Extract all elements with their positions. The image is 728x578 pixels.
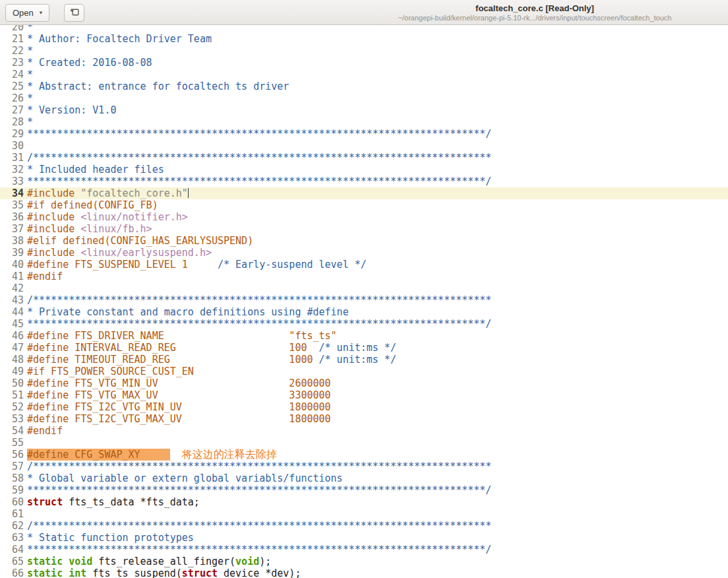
line-number: 40: [0, 259, 24, 271]
code-line-62[interactable]: 62/*************************************…: [0, 520, 728, 532]
new-tab-button[interactable]: [64, 4, 84, 22]
code-line-33[interactable]: 33**************************************…: [0, 176, 728, 187]
code-line-44[interactable]: 44* Private constant and macro definitio…: [0, 306, 728, 318]
code-line-31[interactable]: 31/*************************************…: [0, 152, 728, 164]
code-line-49[interactable]: 49#if FTS_POWER_SOURCE_CUST_EN: [0, 366, 728, 377]
code-text: ****************************************…: [24, 128, 491, 140]
code-text: #elif defined(CONFIG_HAS_EARLYSUSPEND): [24, 235, 253, 247]
code-token: static int: [27, 567, 86, 578]
code-line-32[interactable]: 32* Included header files: [0, 164, 728, 176]
code-line-60[interactable]: 60struct fts_ts_data *fts_data;: [0, 496, 728, 508]
line-number: 53: [0, 413, 24, 425]
code-text: /***************************************…: [24, 461, 491, 472]
line-number: 39: [0, 247, 24, 259]
code-line-57[interactable]: 57/*************************************…: [0, 461, 728, 472]
code-line-34[interactable]: 34#include "focaltech_core.h": [0, 187, 728, 199]
code-line-36[interactable]: 36#include <linux/notifier.h>: [0, 211, 728, 223]
code-text: #include <linux/notifier.h>: [24, 211, 188, 223]
editor[interactable]: 20*21* Author: Focaltech Driver Team22*2…: [0, 25, 728, 578]
code-line-50[interactable]: 50#define FTS_VTG_MIN_UV 2600000: [0, 377, 728, 389]
line-number: 37: [0, 223, 24, 235]
line-number: 44: [0, 306, 24, 318]
code-line-64[interactable]: 64**************************************…: [0, 544, 728, 556]
line-number: 25: [0, 80, 24, 92]
code-text: [24, 437, 27, 449]
code-line-54[interactable]: 54#endif: [0, 425, 728, 437]
code-line-59[interactable]: 59**************************************…: [0, 484, 728, 496]
code-line-55[interactable]: 55: [0, 437, 728, 449]
line-number: 26: [0, 92, 24, 104]
line-number: 42: [0, 282, 24, 294]
code-token: #define INTERVAL_READ_REG 100: [27, 342, 319, 354]
code-token: struct: [27, 496, 63, 508]
code-text: *: [24, 92, 33, 104]
code-line-39[interactable]: 39#include <linux/earlysuspend.h>: [0, 247, 728, 259]
code-text: #if defined(CONFIG_FB): [24, 199, 158, 211]
open-button[interactable]: Open ▾: [5, 4, 49, 22]
code-line-58[interactable]: 58* Global variable or extern global var…: [0, 472, 728, 484]
code-line-51[interactable]: 51#define FTS_VTG_MAX_UV 3300000: [0, 389, 728, 401]
line-number: 34: [0, 187, 24, 199]
code-text: *: [24, 116, 33, 128]
code-token: *: [27, 116, 33, 128]
code-text: ****************************************…: [24, 544, 491, 556]
code-token: #endif: [27, 271, 63, 282]
code-line-43[interactable]: 43/*************************************…: [0, 294, 728, 306]
code-token: #endif: [27, 425, 63, 437]
code-line-52[interactable]: 52#define FTS_I2C_VTG_MIN_UV 1800000: [0, 401, 728, 413]
code-line-65[interactable]: 65static void fts_release_all_finger(voi…: [0, 556, 728, 567]
code-line-40[interactable]: 40#define FTS_SUSPEND_LEVEL 1 /* Early-s…: [0, 259, 728, 271]
code-line-23[interactable]: 23* Created: 2016-08-08: [0, 57, 728, 69]
code-token: #define FTS_VTG_MIN_UV 2600000: [27, 377, 331, 389]
code-text: ****************************************…: [24, 484, 491, 496]
code-line-63[interactable]: 63* Static function prototypes: [0, 532, 728, 544]
code-line-30[interactable]: 30: [0, 140, 728, 152]
code-line-20[interactable]: 20*: [0, 25, 728, 33]
code-line-61[interactable]: 61: [0, 508, 728, 520]
code-line-21[interactable]: 21* Author: Focaltech Driver Team: [0, 33, 728, 45]
code-line-47[interactable]: 47#define INTERVAL_READ_REG 100 /* unit:…: [0, 342, 728, 354]
code-text: * Version: V1.0: [24, 104, 116, 116]
line-number: 57: [0, 461, 24, 472]
code-line-24[interactable]: 24*: [0, 69, 728, 80]
code-token: device *dev);: [218, 567, 301, 578]
line-number: 27: [0, 104, 24, 116]
code-line-35[interactable]: 35#if defined(CONFIG_FB): [0, 199, 728, 211]
code-line-26[interactable]: 26*: [0, 92, 728, 104]
line-number: 24: [0, 69, 24, 80]
code-line-27[interactable]: 27* Version: V1.0: [0, 104, 728, 116]
code-line-25[interactable]: 25* Abstract: entrance for focaltech ts …: [0, 80, 728, 92]
code-token: #include: [27, 187, 80, 199]
line-number: 55: [0, 437, 24, 449]
code-line-48[interactable]: 48#define TIMEOUT_READ_REG 1000 /* unit:…: [0, 354, 728, 366]
code-token: fts_ts_data *fts_data;: [63, 496, 200, 508]
code-line-66[interactable]: 66static int fts_ts_suspend(struct devic…: [0, 567, 728, 578]
code-line-45[interactable]: 45**************************************…: [0, 318, 728, 330]
code-text: /***************************************…: [24, 520, 491, 532]
window-subtitle: ~/orangepi-build/kernel/orange-pi-5.10-r…: [367, 14, 703, 22]
code-token: #define FTS_DRIVER_NAME "fts_ts": [27, 330, 337, 342]
window-title: focaltech_core.c [Read-Only]: [367, 3, 703, 14]
code-line-29[interactable]: 29**************************************…: [0, 128, 728, 140]
code-token: <linux/fb.h>: [80, 223, 152, 235]
code-line-53[interactable]: 53#define FTS_I2C_VTG_MAX_UV 1800000: [0, 413, 728, 425]
code-line-42[interactable]: 42: [0, 282, 728, 294]
code-token: /* unit:ms */: [319, 354, 396, 366]
code-line-38[interactable]: 38#elif defined(CONFIG_HAS_EARLYSUSPEND): [0, 235, 728, 247]
code-line-46[interactable]: 46#define FTS_DRIVER_NAME "fts_ts": [0, 330, 728, 342]
code-token: /***************************************…: [27, 461, 491, 472]
code-line-56[interactable]: 56#define CFG_SWAP_XY 将这边的注释去除掉: [0, 449, 728, 461]
line-number: 30: [0, 140, 24, 152]
code-token: #define FTS_VTG_MAX_UV 3300000: [27, 389, 331, 401]
open-button-label: Open: [13, 8, 34, 18]
code-token: <linux/earlysuspend.h>: [80, 247, 212, 259]
code-line-37[interactable]: 37#include <linux/fb.h>: [0, 223, 728, 235]
code-line-41[interactable]: 41#endif: [0, 271, 728, 282]
code-token: *: [27, 25, 33, 33]
code-line-22[interactable]: 22*: [0, 45, 728, 57]
line-number: 60: [0, 496, 24, 508]
code-text: struct fts_ts_data *fts_data;: [24, 496, 200, 508]
header-bar: Open ▾ focaltech_core.c [Read-Only] ~/or…: [0, 0, 728, 25]
code-line-28[interactable]: 28*: [0, 116, 728, 128]
code-token: #include: [27, 247, 80, 259]
